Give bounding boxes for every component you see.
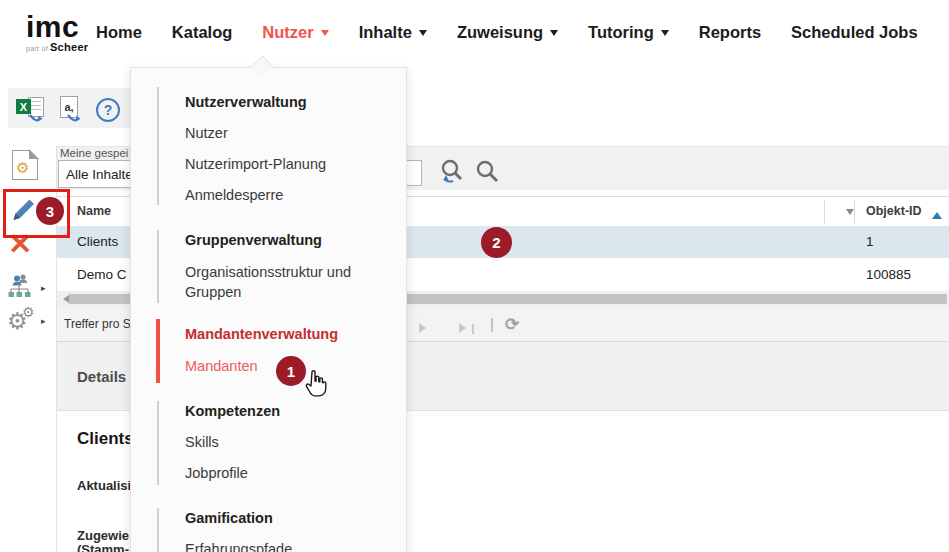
menu-header-mandantenverwaltung: Mandantenverwaltung	[185, 324, 338, 344]
text-export-icon[interactable]: a,	[58, 96, 88, 124]
saved-search-label: Meine gespei	[60, 147, 128, 159]
menu-header-gruppenverwaltung: Gruppenverwaltung	[185, 230, 322, 250]
imc-logo[interactable]: imc part ofScheer	[26, 14, 88, 53]
chevron-down-icon	[419, 30, 427, 40]
menu-item-mandanten[interactable]: Mandanten	[185, 356, 258, 376]
gear-glyph: ⚙	[16, 159, 29, 177]
settings-gears-icon[interactable]: ⚙ ⚙	[7, 306, 39, 334]
nav-item-home[interactable]: Home	[96, 23, 142, 42]
per-page-label: Treffer pro Se	[64, 317, 137, 331]
menu-header-gamification: Gamification	[185, 508, 273, 528]
menu-header-nutzerverwaltung: Nutzerverwaltung	[185, 92, 307, 112]
org-structure-icon[interactable]	[8, 274, 36, 302]
submenu-arrow-icon: ▸	[41, 283, 46, 293]
chevron-down-icon	[550, 30, 558, 40]
section-bar	[157, 401, 159, 485]
chevron-down-icon	[321, 30, 329, 40]
app-window: imc part ofScheer Home Katalog Nutzer In…	[0, 0, 949, 552]
section-bar	[157, 230, 159, 303]
scroll-left-icon[interactable]	[59, 295, 69, 303]
last-page-icon[interactable]	[459, 319, 474, 337]
menu-header-kompetenzen: Kompetenzen	[185, 401, 280, 421]
menu-item-erfahrungspfade[interactable]: Erfahrungspfade	[185, 539, 292, 552]
logo-part-of: part of	[26, 45, 48, 52]
details-field-label: Zugewie	[77, 529, 129, 543]
main-navigation: Home Katalog Nutzer Inhalte Zuweisung Tu…	[96, 0, 918, 64]
nav-item-katalog[interactable]: Katalog	[172, 23, 233, 42]
menu-item-anmeldesperre[interactable]: Anmeldesperre	[185, 185, 283, 205]
sort-ascending-icon[interactable]	[932, 207, 942, 219]
cell-objekt-id: 1	[866, 234, 874, 249]
nav-item-inhalte[interactable]: Inhalte	[359, 23, 427, 42]
edit-pencil-icon[interactable]	[9, 196, 37, 228]
nutzer-dropdown-menu: Nutzerverwaltung Nutzer Nutzerimport-Pla…	[130, 67, 407, 552]
logo-scheer: Scheer	[50, 41, 89, 53]
excel-export-icon[interactable]: X	[16, 96, 46, 124]
column-header-objekt-id[interactable]: Objekt-ID	[866, 204, 922, 218]
nav-item-zuweisung[interactable]: Zuweisung	[457, 23, 558, 42]
pointer-cursor-icon	[304, 370, 328, 404]
column-menu-icon[interactable]	[846, 209, 854, 219]
search-icon[interactable]	[475, 160, 501, 190]
cell-objekt-id: 100885	[866, 267, 911, 282]
menu-item-jobprofile[interactable]: Jobprofile	[185, 463, 248, 483]
annotation-badge-1: 1	[276, 356, 306, 386]
new-document-icon[interactable]: ⚙	[12, 150, 38, 180]
details-heading: Details	[77, 368, 126, 385]
help-icon[interactable]: ?	[96, 98, 120, 122]
details-field-label: (Stamm-	[77, 543, 129, 552]
refresh-icon[interactable]: ⟳	[505, 314, 519, 335]
cell-name: Demo C	[77, 267, 127, 282]
section-bar	[157, 508, 159, 552]
logo-text: imc	[26, 14, 88, 40]
cell-name: Clients	[77, 234, 118, 249]
nav-item-tutoring[interactable]: Tutoring	[588, 23, 669, 42]
search-reset-icon[interactable]	[438, 158, 468, 192]
annotation-badge-3: 3	[36, 197, 64, 225]
next-page-icon[interactable]	[419, 319, 431, 337]
menu-item-nutzerimport-planung[interactable]: Nutzerimport-Planung	[185, 154, 326, 174]
nav-item-reports[interactable]: Reports	[699, 23, 761, 42]
nav-item-scheduled-jobs[interactable]: Scheduled Jobs	[791, 23, 918, 42]
menu-item-nutzer[interactable]: Nutzer	[185, 123, 228, 143]
section-bar-active	[156, 319, 160, 383]
submenu-arrow-icon: ▸	[41, 316, 46, 326]
column-header-name[interactable]: Name	[77, 204, 111, 218]
filter-selected-value: Alle Inhalte	[66, 167, 133, 182]
details-field-label: Aktualisi	[77, 479, 131, 493]
menu-item-skills[interactable]: Skills	[185, 432, 219, 452]
details-record-name: Clients	[77, 429, 134, 449]
section-bar	[157, 87, 159, 205]
annotation-badge-2: 2	[481, 227, 512, 258]
nav-item-nutzer[interactable]: Nutzer	[262, 23, 328, 42]
menu-item-organisationsstruktur[interactable]: Organisationsstruktur und Gruppen	[185, 262, 365, 302]
chevron-down-icon	[661, 30, 669, 40]
